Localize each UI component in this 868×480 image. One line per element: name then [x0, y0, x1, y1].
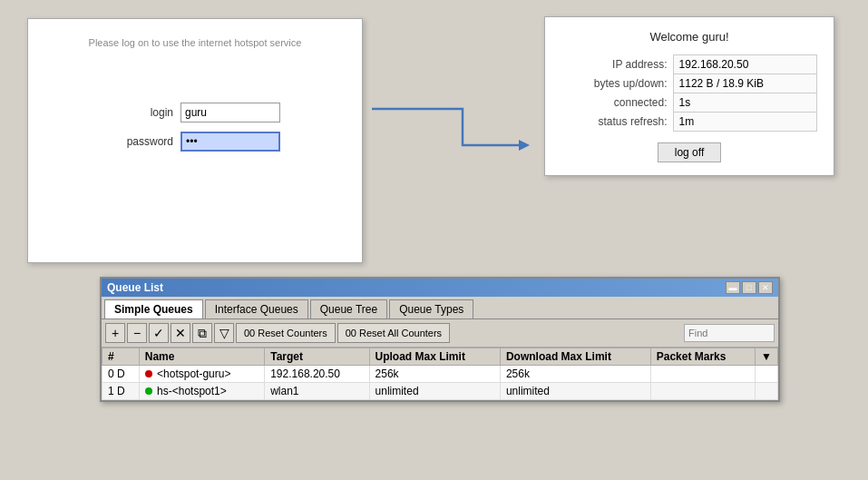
cross-button[interactable]: ✕ [171, 323, 190, 343]
connected-label: connected: [561, 93, 673, 113]
row0-name: <hotspot-guru> [139, 366, 264, 383]
queue-tabs: Simple Queues Interface Queues Queue Tre… [102, 297, 778, 319]
queue-table-container: # Name Target Upload Max Limit Download … [102, 348, 778, 400]
login-panel: Please log on to use the internet hotspo… [27, 18, 363, 263]
status-dot-red [145, 370, 152, 377]
row0-target: 192.168.20.50 [265, 366, 369, 383]
tab-interface-queues[interactable]: Interface Queues [205, 299, 308, 318]
row1-upload: unlimited [369, 383, 500, 400]
row0-marks [650, 366, 755, 383]
password-row: password [46, 132, 344, 152]
ip-label: IP address: [561, 55, 673, 74]
ip-row: IP address: 192.168.20.50 [561, 55, 817, 74]
minimize-button[interactable]: ▬ [726, 281, 740, 294]
reset-all-counters-button[interactable]: 00 Reset All Counters [337, 323, 450, 343]
connected-value: 1s [673, 93, 816, 113]
maximize-button[interactable]: □ [742, 281, 756, 294]
table-row: 0 D <hotspot-guru> 192.168.20.50 256k 25… [102, 366, 778, 383]
status-row: status refresh: 1m [561, 113, 817, 132]
queue-toolbar: + − ✓ ✕ ⧉ ▽ 00 Reset Counters 00 Reset A… [102, 319, 778, 348]
col-num: # [102, 348, 140, 366]
check-button[interactable]: ✓ [149, 323, 169, 343]
add-button[interactable]: + [105, 323, 125, 343]
table-row: 1 D hs-<hotspot1> wlan1 unlimited unlimi… [102, 383, 778, 400]
copy-button[interactable]: ⧉ [192, 323, 212, 343]
logoff-row: log off [561, 142, 817, 162]
queue-window: Queue List ▬ □ ✕ Simple Queues Interface… [100, 277, 780, 402]
remove-button[interactable]: − [127, 323, 147, 343]
bytes-row: bytes up/down: 1122 B / 18.9 KiB [561, 74, 817, 93]
password-input[interactable] [180, 132, 280, 152]
titlebar-buttons: ▬ □ ✕ [726, 281, 773, 294]
row0-download: 256k [500, 366, 650, 383]
col-target: Target [265, 348, 369, 366]
connected-row: connected: 1s [561, 93, 817, 113]
queue-table: # Name Target Upload Max Limit Download … [102, 348, 778, 400]
arrow-graphic [372, 91, 535, 163]
reset-counters-button[interactable]: 00 Reset Counters [236, 323, 336, 343]
login-label: login [110, 106, 173, 119]
row1-extra [756, 383, 778, 400]
status-value: 1m [673, 113, 816, 132]
status-label: status refresh: [561, 113, 673, 132]
status-dot-green [145, 387, 152, 395]
bytes-label: bytes up/down: [561, 74, 673, 93]
logoff-button[interactable]: log off [658, 142, 721, 162]
password-label: password [110, 135, 173, 148]
filter-button[interactable]: ▽ [214, 323, 234, 343]
row1-download: unlimited [500, 383, 650, 400]
row1-target: wlan1 [265, 383, 369, 400]
row0-extra [756, 366, 778, 383]
bytes-value: 1122 B / 18.9 KiB [673, 74, 816, 93]
col-download: Download Max Limit [500, 348, 650, 366]
row1-num: 1 D [102, 383, 140, 400]
row1-marks [650, 383, 755, 400]
info-table: IP address: 192.168.20.50 bytes up/down:… [561, 54, 817, 132]
col-upload: Upload Max Limit [369, 348, 500, 366]
queue-window-title: Queue List [107, 281, 163, 294]
login-input[interactable] [180, 103, 280, 122]
row0-upload: 256k [369, 366, 500, 383]
col-marks: Packet Marks [650, 348, 755, 366]
close-button[interactable]: ✕ [758, 281, 773, 294]
tab-queue-types[interactable]: Queue Types [389, 299, 473, 318]
col-name: Name [139, 348, 264, 366]
row0-num: 0 D [102, 366, 140, 383]
svg-marker-0 [519, 140, 530, 151]
welcome-panel: Welcome guru! IP address: 192.168.20.50 … [544, 16, 834, 176]
ip-value: 192.168.20.50 [673, 55, 816, 74]
tab-simple-queues[interactable]: Simple Queues [104, 299, 203, 318]
table-header-row: # Name Target Upload Max Limit Download … [102, 348, 778, 366]
row1-name: hs-<hotspot1> [139, 383, 264, 400]
queue-titlebar: Queue List ▬ □ ✕ [102, 279, 778, 297]
tab-queue-tree[interactable]: Queue Tree [310, 299, 387, 318]
login-row: login [46, 103, 344, 122]
find-input[interactable] [684, 324, 775, 342]
login-subtitle: Please log on to use the internet hotspo… [46, 37, 344, 48]
welcome-title: Welcome guru! [561, 30, 817, 44]
col-dropdown[interactable]: ▼ [756, 348, 778, 366]
